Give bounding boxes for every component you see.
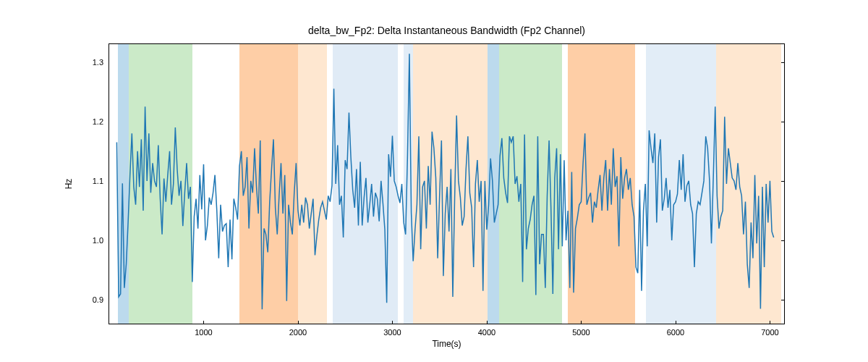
- chart-title: delta_bw_Fp2: Delta Instantaneous Bandwi…: [109, 25, 785, 36]
- y-tick-mark: [781, 62, 785, 63]
- y-tick-mark: [781, 300, 785, 300]
- x-tick-label: 6000: [667, 324, 684, 337]
- data-line: [116, 54, 773, 309]
- y-tick-mark: [781, 240, 785, 241]
- y-tick-label: 0.9: [93, 295, 109, 304]
- x-tick-mark: [676, 321, 676, 324]
- x-tick-mark: [770, 321, 770, 324]
- y-tick-mark: [781, 181, 785, 182]
- x-axis-label: Time(s): [109, 339, 785, 349]
- x-tick-label: 1000: [195, 324, 212, 337]
- y-axis-label: Hz: [64, 43, 75, 324]
- y-tick-label: 1.3: [93, 58, 109, 67]
- x-tick-mark: [203, 321, 204, 324]
- line-plot-svg: [109, 44, 784, 324]
- plot-area: 0.91.01.11.21.31000200030004000500060007…: [109, 43, 785, 324]
- x-tick-mark: [487, 321, 488, 324]
- x-tick-label: 7000: [761, 324, 778, 337]
- y-tick-label: 1.1: [93, 177, 109, 185]
- y-tick-mark: [781, 122, 785, 122]
- y-tick-label: 1.0: [93, 236, 109, 245]
- y-tick-label: 1.2: [93, 117, 109, 126]
- x-tick-mark: [392, 321, 393, 324]
- x-tick-mark: [298, 321, 299, 324]
- x-tick-label: 4000: [478, 324, 495, 337]
- x-tick-label: 3000: [383, 324, 401, 337]
- x-tick-mark: [581, 321, 582, 324]
- x-tick-label: 2000: [289, 324, 307, 337]
- x-tick-label: 5000: [572, 324, 590, 337]
